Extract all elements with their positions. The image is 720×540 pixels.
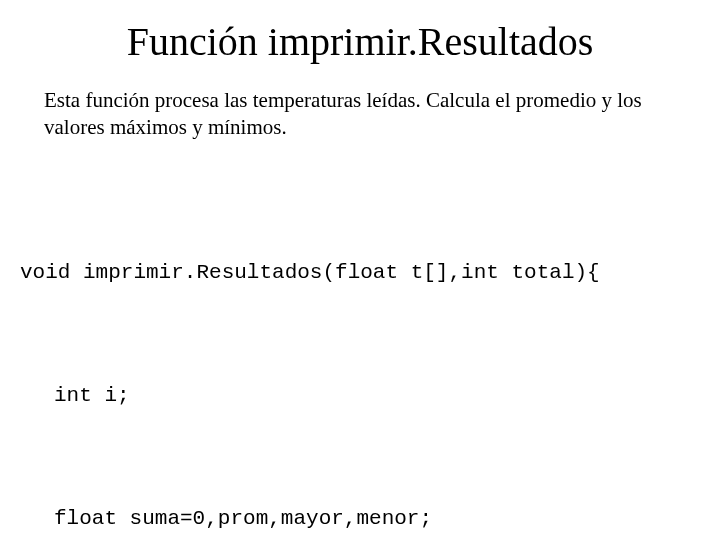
slide: Función imprimir.Resultados Esta función… xyxy=(0,0,720,540)
code-block: void imprimir.Resultados(float t[],int t… xyxy=(20,172,700,540)
code-line: void imprimir.Resultados(float t[],int t… xyxy=(20,253,700,294)
slide-description: Esta función procesa las temperaturas le… xyxy=(44,87,676,142)
code-line: float suma=0,prom,mayor,menor; xyxy=(20,499,700,540)
slide-title: Función imprimir.Resultados xyxy=(20,18,700,65)
code-line: int i; xyxy=(20,376,700,417)
